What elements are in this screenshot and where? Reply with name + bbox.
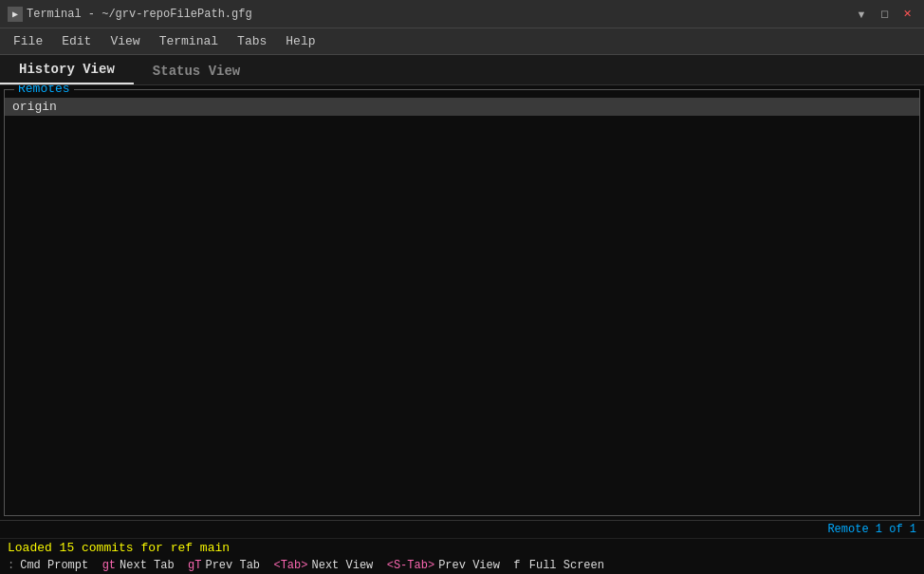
title-bar-left: ▶ Terminal - ~/grv-repoFilePath.gfg	[8, 7, 252, 22]
window-title: Terminal - ~/grv-repoFilePath.gfg	[27, 8, 252, 21]
menu-terminal[interactable]: Terminal	[150, 30, 228, 52]
minimize-button[interactable]: ▼	[852, 5, 871, 24]
key-prev-tab-label: Prev Tab	[205, 559, 273, 572]
key-s-tab: <S-Tab>	[387, 559, 434, 572]
main-content: Remotes origin	[0, 85, 924, 520]
menu-file[interactable]: File	[4, 30, 52, 52]
key-tab: <Tab>	[273, 559, 307, 572]
menu-view[interactable]: View	[101, 30, 149, 52]
key-next-tab-label: Next Tab	[120, 559, 188, 572]
menu-bar: File Edit View Terminal Tabs Help	[0, 28, 924, 55]
key-next-view-label: Next View	[311, 559, 386, 572]
tab-status-view[interactable]: Status View	[134, 58, 259, 84]
remotes-list: origin	[5, 94, 919, 120]
remotes-label: Remotes	[14, 85, 74, 96]
close-button[interactable]: ✕	[897, 5, 916, 24]
remote-item-origin[interactable]: origin	[5, 98, 919, 116]
menu-edit[interactable]: Edit	[52, 30, 101, 52]
key-gt: gt	[102, 559, 116, 572]
title-bar: ▶ Terminal - ~/grv-repoFilePath.gfg ▼ ◻ …	[0, 0, 924, 28]
commits-status: Loaded 15 commits for ref main	[0, 539, 924, 557]
tab-history-view[interactable]: History View	[0, 56, 134, 84]
remote-count: Remote 1 of 1	[827, 523, 916, 536]
menu-tabs[interactable]: Tabs	[228, 30, 276, 52]
tab-bar: History View Status View	[0, 55, 924, 85]
remotes-panel: Remotes origin	[4, 89, 920, 516]
status-bar-bottom: Remote 1 of 1 Loaded 15 commits for ref …	[0, 520, 924, 574]
terminal-icon: ▶	[8, 7, 23, 22]
key-colon-separator: :	[8, 559, 14, 572]
key-prev-view-label: Prev View	[438, 559, 513, 572]
key-f: f	[513, 559, 520, 572]
title-bar-controls: ▼ ◻ ✕	[852, 5, 916, 24]
remote-status-line: Remote 1 of 1	[0, 521, 924, 539]
key-gT: gT	[188, 559, 201, 572]
restore-button[interactable]: ◻	[875, 5, 894, 24]
key-full-screen-label: Full Screen	[523, 559, 604, 572]
keybind-line: : Cmd Prompt gt Next Tab gT Prev Tab <Ta…	[0, 557, 924, 574]
menu-help[interactable]: Help	[276, 30, 324, 52]
key-cmd-prompt-label: Cmd Prompt	[20, 559, 102, 572]
